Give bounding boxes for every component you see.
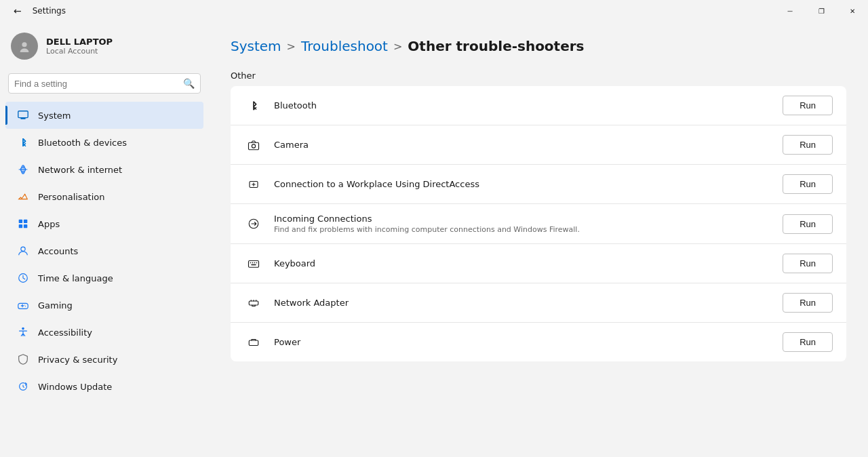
troubleshooter-item-directaccess: Connection to a Workplace Using DirectAc… xyxy=(231,165,846,204)
sidebar-label-update: Windows Update xyxy=(38,382,112,392)
breadcrumb-current: Other trouble-shooters xyxy=(408,38,584,54)
item-title-incoming: Incoming Connections xyxy=(274,214,580,224)
svg-rect-3 xyxy=(18,111,28,118)
item-text-directaccess: Connection to a Workplace Using DirectAc… xyxy=(274,179,479,189)
network-icon xyxy=(16,163,30,176)
item-left-camera: Camera xyxy=(244,136,309,155)
close-button[interactable]: ✕ xyxy=(837,0,868,22)
sidebar: DELL LAPTOP Local Account 🔍 System Bluet… xyxy=(0,22,209,457)
run-button-power[interactable]: Run xyxy=(783,332,833,352)
item-title-bluetooth: Bluetooth xyxy=(274,100,317,111)
sidebar-label-accounts: Accounts xyxy=(38,246,78,256)
profile-info: DELL LAPTOP Local Account xyxy=(46,37,113,56)
sidebar-item-system[interactable]: System xyxy=(5,102,203,129)
sidebar-item-bluetooth[interactable]: Bluetooth & devices xyxy=(5,129,203,156)
troubleshooter-item-keyboard: Keyboard Run xyxy=(231,244,846,283)
app-layout: DELL LAPTOP Local Account 🔍 System Bluet… xyxy=(0,22,868,457)
item-left-power: Power xyxy=(244,333,300,352)
accounts-icon xyxy=(16,244,30,258)
item-text-incoming: Incoming Connections Find and fix proble… xyxy=(274,214,580,234)
minimize-button[interactable]: ─ xyxy=(774,0,806,22)
item-text-bluetooth: Bluetooth xyxy=(274,100,317,111)
run-button-keyboard[interactable]: Run xyxy=(783,254,833,273)
sidebar-item-network[interactable]: Network & internet xyxy=(5,156,203,183)
incoming-icon xyxy=(244,214,263,233)
restore-button[interactable]: ❐ xyxy=(806,0,837,22)
item-title-network-adapter: Network Adapter xyxy=(274,298,349,308)
item-title-directaccess: Connection to a Workplace Using DirectAc… xyxy=(274,179,479,189)
profile-name: DELL LAPTOP xyxy=(46,37,113,47)
search-input[interactable] xyxy=(14,79,178,89)
titlebar: ← Settings ─ ❐ ✕ xyxy=(0,0,868,22)
gaming-icon xyxy=(16,298,30,312)
item-left-network-adapter: Network Adapter xyxy=(244,294,349,313)
item-title-power: Power xyxy=(274,337,300,347)
breadcrumb-system[interactable]: System xyxy=(231,38,281,54)
sidebar-item-privacy[interactable]: Privacy & security xyxy=(5,346,203,373)
system-icon xyxy=(16,108,30,122)
power-icon xyxy=(244,333,263,352)
item-left-incoming: Incoming Connections Find and fix proble… xyxy=(244,214,580,234)
breadcrumb-troubleshoot[interactable]: Troubleshoot xyxy=(301,38,388,54)
run-button-incoming[interactable]: Run xyxy=(783,214,833,234)
personalisation-icon xyxy=(16,190,30,203)
run-button-bluetooth[interactable]: Run xyxy=(783,96,833,115)
sidebar-item-personalisation[interactable]: Personalisation xyxy=(5,183,203,210)
svg-rect-24 xyxy=(251,264,256,265)
troubleshooter-item-camera: Camera Run xyxy=(231,125,846,165)
sidebar-item-gaming[interactable]: Gaming xyxy=(5,292,203,319)
nav-container: System Bluetooth & devices Network & int… xyxy=(0,102,209,400)
sidebar-label-personalisation: Personalisation xyxy=(38,192,105,202)
sidebar-label-time: Time & language xyxy=(38,273,113,283)
svg-rect-7 xyxy=(19,220,22,223)
profile-account: Local Account xyxy=(46,47,113,56)
keyboard-icon xyxy=(244,254,263,273)
item-text-camera: Camera xyxy=(274,140,309,150)
search-box[interactable]: 🔍 xyxy=(8,73,201,94)
svg-rect-8 xyxy=(24,220,27,223)
network-adapter-icon xyxy=(244,294,263,313)
accessibility-icon xyxy=(16,325,30,339)
svg-point-1 xyxy=(22,42,26,47)
run-button-network-adapter[interactable]: Run xyxy=(783,293,833,313)
sidebar-item-time[interactable]: Time & language xyxy=(5,264,203,292)
svg-rect-25 xyxy=(249,301,258,305)
back-button[interactable]: ← xyxy=(8,3,27,19)
avatar xyxy=(11,33,38,60)
directaccess-icon xyxy=(244,175,263,194)
item-left-bluetooth: Bluetooth xyxy=(244,96,317,115)
sidebar-item-update[interactable]: Windows Update xyxy=(5,373,203,400)
troubleshooter-item-incoming: Incoming Connections Find and fix proble… xyxy=(231,204,846,244)
troubleshooter-list: Bluetooth Run Camera Run Connection to a… xyxy=(231,86,846,361)
bluetooth-icon xyxy=(244,96,263,115)
sidebar-item-accounts[interactable]: Accounts xyxy=(5,237,203,264)
svg-rect-15 xyxy=(249,142,259,150)
svg-rect-19 xyxy=(249,260,259,267)
item-text-keyboard: Keyboard xyxy=(274,258,315,269)
section-label: Other xyxy=(231,71,846,81)
camera-icon xyxy=(244,136,263,155)
sidebar-item-apps[interactable]: Apps xyxy=(5,210,203,237)
run-button-camera[interactable]: Run xyxy=(783,135,833,155)
sidebar-item-accessibility[interactable]: Accessibility xyxy=(5,319,203,346)
run-button-directaccess[interactable]: Run xyxy=(783,174,833,194)
breadcrumb: System > Troubleshoot > Other trouble-sh… xyxy=(231,38,846,54)
svg-rect-23 xyxy=(256,262,258,263)
breadcrumb-sep-2: > xyxy=(393,40,402,53)
sidebar-label-network: Network & internet xyxy=(38,165,122,175)
svg-point-11 xyxy=(21,247,25,251)
update-icon xyxy=(16,380,30,393)
privacy-icon xyxy=(16,353,30,366)
sidebar-label-bluetooth: Bluetooth & devices xyxy=(38,138,127,148)
item-title-keyboard: Keyboard xyxy=(274,258,315,269)
svg-rect-26 xyxy=(249,340,258,346)
search-icon: 🔍 xyxy=(183,78,195,89)
item-text-power: Power xyxy=(274,337,300,347)
item-title-camera: Camera xyxy=(274,140,309,150)
svg-point-16 xyxy=(252,144,255,147)
troubleshooter-item-network-adapter: Network Adapter Run xyxy=(231,283,846,323)
svg-rect-9 xyxy=(19,224,22,228)
svg-rect-10 xyxy=(24,224,27,228)
sidebar-label-gaming: Gaming xyxy=(38,300,73,311)
titlebar-left: ← Settings xyxy=(8,3,66,19)
